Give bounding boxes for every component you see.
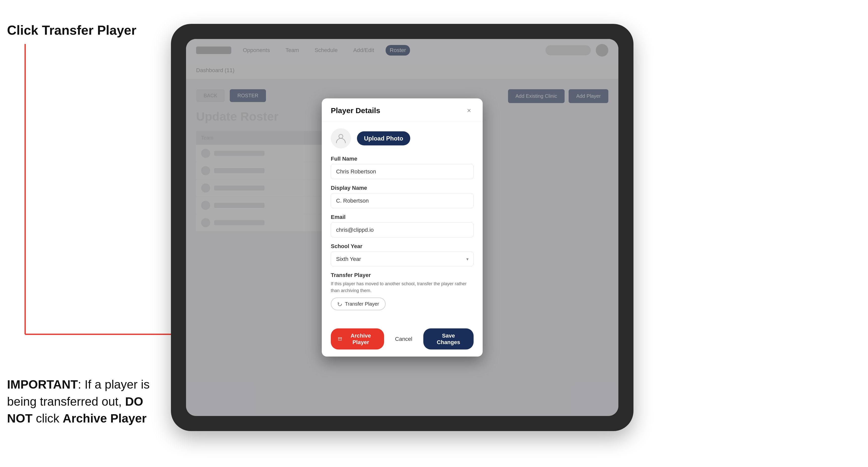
avatar-section: Upload Photo bbox=[331, 128, 473, 149]
svg-point-3 bbox=[339, 134, 343, 138]
modal-header: Player Details × bbox=[322, 98, 483, 121]
transfer-player-label: Transfer Player bbox=[345, 301, 379, 307]
archive-icon bbox=[338, 337, 342, 342]
modal-title: Player Details bbox=[331, 106, 380, 115]
upload-photo-button[interactable]: Upload Photo bbox=[357, 131, 410, 146]
email-label: Email bbox=[331, 214, 473, 220]
important-label: IMPORTANT bbox=[7, 378, 78, 391]
display-name-label: Display Name bbox=[331, 185, 473, 191]
full-name-group: Full Name bbox=[331, 156, 473, 179]
instruction-top: Click Transfer Player bbox=[7, 23, 136, 38]
person-icon bbox=[335, 133, 346, 144]
refresh-icon bbox=[337, 301, 342, 306]
archive-player-button[interactable]: Archive Player bbox=[331, 329, 384, 350]
tablet-device: Opponents Team Schedule Add/Edit Roster … bbox=[171, 24, 633, 431]
full-name-input[interactable] bbox=[331, 164, 473, 179]
transfer-description: If this player has moved to another scho… bbox=[331, 280, 473, 294]
archive-label: Archive Player bbox=[63, 412, 147, 425]
tablet-screen: Opponents Team Schedule Add/Edit Roster … bbox=[186, 39, 618, 416]
player-details-modal: Player Details × Upload Photo bbox=[322, 98, 483, 357]
instruction-prefix: Click bbox=[7, 23, 42, 37]
transfer-section-title: Transfer Player bbox=[331, 272, 473, 279]
instruction-bottom: IMPORTANT: If a player is being transfer… bbox=[7, 376, 153, 427]
instruction-highlight: Transfer Player bbox=[42, 23, 136, 37]
do-not-rest: click bbox=[32, 412, 63, 425]
modal-footer: Archive Player Cancel Save Changes bbox=[322, 323, 483, 357]
transfer-section: Transfer Player If this player has moved… bbox=[331, 272, 473, 310]
display-name-input[interactable] bbox=[331, 193, 473, 208]
archive-player-label: Archive Player bbox=[345, 333, 377, 346]
avatar-circle bbox=[331, 128, 351, 149]
display-name-group: Display Name bbox=[331, 185, 473, 208]
full-name-label: Full Name bbox=[331, 156, 473, 162]
transfer-player-button[interactable]: Transfer Player bbox=[331, 298, 385, 310]
modal-close-button[interactable]: × bbox=[465, 106, 473, 115]
school-year-group: School Year First Year Second Year Third… bbox=[331, 243, 473, 267]
email-group: Email bbox=[331, 214, 473, 238]
modal-body: Upload Photo Full Name Display Name Emai… bbox=[322, 121, 483, 323]
save-changes-button[interactable]: Save Changes bbox=[423, 329, 473, 350]
email-input[interactable] bbox=[331, 222, 473, 238]
school-year-select[interactable]: First Year Second Year Third Year Fourth… bbox=[331, 252, 473, 267]
school-year-select-wrapper: First Year Second Year Third Year Fourth… bbox=[331, 252, 473, 267]
school-year-label: School Year bbox=[331, 243, 473, 250]
cancel-button[interactable]: Cancel bbox=[388, 332, 419, 346]
svg-rect-4 bbox=[338, 338, 342, 338]
